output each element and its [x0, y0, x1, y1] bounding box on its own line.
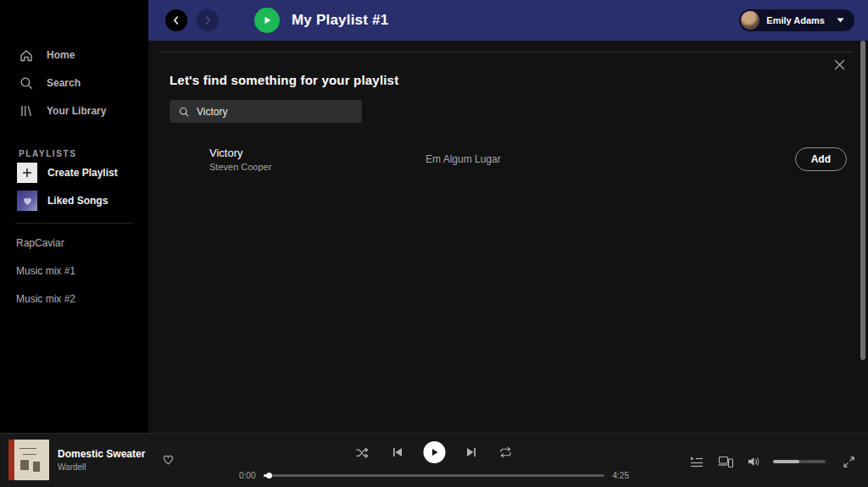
- skip-previous-icon: [392, 447, 403, 457]
- playlist-name: Music mix #2: [16, 293, 75, 305]
- seek-bar-thumb[interactable]: [266, 473, 272, 479]
- queue-icon: [690, 456, 704, 468]
- app-window: Home Search Your Library PLAYLISTS Creat…: [0, 0, 868, 487]
- sidebar-item-search[interactable]: Search: [0, 69, 148, 97]
- main-content: Let's find something for your playlist V…: [148, 41, 868, 433]
- result-track-title: Victory: [209, 147, 426, 159]
- caret-down-icon: [837, 18, 844, 23]
- create-playlist-label: Create Playlist: [47, 167, 118, 179]
- find-something-panel: Let's find something for your playlist V…: [148, 53, 868, 178]
- sidebar: Home Search Your Library PLAYLISTS Creat…: [0, 0, 148, 433]
- shuffle-button[interactable]: [354, 445, 372, 461]
- now-playing-info: Domestic Sweater Wardell: [58, 448, 145, 472]
- back-button[interactable]: [165, 9, 187, 31]
- user-name: Emily Adams: [766, 15, 825, 25]
- seek-bar[interactable]: [264, 474, 604, 477]
- repeat-button[interactable]: [498, 445, 515, 460]
- play-icon: [261, 14, 273, 26]
- user-menu[interactable]: Emily Adams: [739, 9, 854, 31]
- now-playing: Domestic Sweater Wardell: [8, 440, 176, 480]
- playlist-play-button[interactable]: [254, 8, 280, 33]
- create-playlist-button[interactable]: Create Playlist: [0, 158, 148, 186]
- add-track-button[interactable]: Add: [795, 147, 847, 171]
- home-icon: [19, 47, 34, 63]
- chevron-left-icon: [170, 14, 182, 26]
- playlist-name: RapCaviar: [16, 237, 64, 249]
- close-panel-button[interactable]: [830, 55, 849, 77]
- like-track-button[interactable]: [160, 451, 176, 469]
- album-art-victory: [168, 144, 198, 174]
- volume-button[interactable]: [746, 454, 762, 469]
- search-icon: [178, 106, 190, 118]
- album-art-now-playing: [8, 440, 49, 480]
- result-album: Em Algum Lugar: [426, 153, 501, 165]
- chevron-right-icon: [202, 14, 214, 26]
- sidebar-item-label: Search: [47, 77, 81, 89]
- progress-section: 0:00 4:25: [239, 471, 629, 480]
- search-result-row[interactable]: Victory Steven Cooper Em Algum Lugar Add: [168, 141, 847, 178]
- page-title: My Playlist #1: [292, 12, 388, 29]
- panel-heading: Let's find something for your playlist: [170, 73, 847, 87]
- sidebar-divider: [15, 223, 133, 224]
- playback-controls: [354, 441, 515, 463]
- sidebar-item-label: Home: [47, 49, 75, 61]
- playlist-search-box[interactable]: [170, 100, 362, 123]
- playlist-name: Music mix #1: [16, 265, 75, 277]
- fullscreen-button[interactable]: [842, 455, 856, 469]
- volume-fill: [773, 460, 799, 463]
- avatar: [741, 11, 760, 30]
- forward-button[interactable]: [197, 9, 219, 31]
- play-icon: [430, 447, 440, 457]
- sidebar-item-label: Your Library: [47, 105, 106, 117]
- previous-track-button[interactable]: [391, 445, 405, 459]
- search-input[interactable]: [197, 106, 353, 118]
- volume-slider[interactable]: [773, 460, 826, 463]
- speaker-icon: [748, 456, 760, 468]
- close-icon: [833, 58, 846, 71]
- now-playing-artist: Wardell: [58, 462, 145, 472]
- library-icon: [19, 103, 34, 119]
- result-info: Victory Steven Cooper: [209, 147, 426, 172]
- heart-icon: [17, 191, 37, 211]
- now-playing-title: Domestic Sweater: [58, 448, 145, 460]
- liked-songs-label: Liked Songs: [47, 195, 108, 207]
- sidebar-playlist-rapcaviar[interactable]: RapCaviar: [0, 229, 148, 257]
- total-time: 4:25: [613, 471, 629, 480]
- search-icon: [19, 75, 34, 91]
- sidebar-playlist-music-mix-2[interactable]: Music mix #2: [0, 285, 148, 313]
- elapsed-time: 0:00: [239, 471, 255, 480]
- playlists-section-label: PLAYLISTS: [0, 149, 148, 158]
- repeat-icon: [499, 446, 513, 458]
- shuffle-icon: [356, 446, 370, 459]
- heart-outline-icon: [162, 453, 175, 465]
- result-track-artist: Steven Cooper: [209, 162, 426, 172]
- devices-icon: [718, 456, 733, 468]
- player-right-controls: [688, 454, 856, 469]
- fullscreen-icon: [843, 457, 854, 468]
- play-pause-button[interactable]: [424, 441, 446, 463]
- sidebar-playlist-music-mix-1[interactable]: Music mix #1: [0, 257, 148, 285]
- plus-icon: [17, 163, 37, 183]
- player-bar: Domestic Sweater Wardell: [0, 433, 868, 487]
- sidebar-item-home[interactable]: Home: [0, 41, 148, 69]
- sidebar-item-your-library[interactable]: Your Library: [0, 97, 148, 125]
- scrollbar[interactable]: [860, 41, 865, 360]
- next-track-button[interactable]: [465, 445, 479, 459]
- topbar: My Playlist #1 Emily Adams: [148, 0, 868, 41]
- queue-button[interactable]: [688, 454, 705, 469]
- liked-songs-button[interactable]: Liked Songs: [0, 186, 148, 214]
- skip-next-icon: [466, 447, 477, 457]
- connect-devices-button[interactable]: [716, 454, 735, 469]
